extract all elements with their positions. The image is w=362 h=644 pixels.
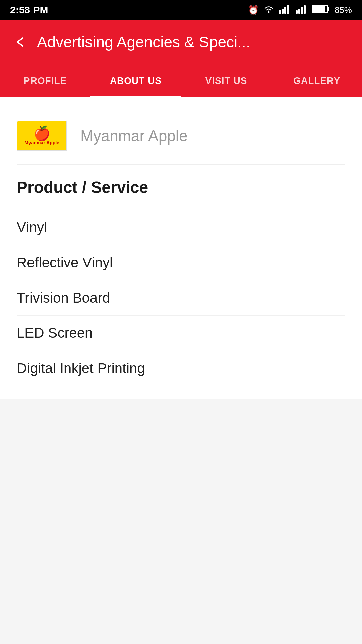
logo-apple-emoji: 🍎 xyxy=(34,126,50,140)
status-icons: ⏰ xyxy=(248,4,352,16)
svg-rect-3 xyxy=(284,7,286,14)
svg-rect-5 xyxy=(296,10,298,14)
battery-percent: 85% xyxy=(335,5,352,15)
service-item-1: Vinyl xyxy=(17,210,345,245)
tab-about-us[interactable]: ABOUT US xyxy=(90,64,181,97)
service-item-2: Reflective Vinyl xyxy=(17,245,345,280)
wifi-icon xyxy=(263,4,274,16)
svg-rect-7 xyxy=(301,7,303,14)
tab-visit-us[interactable]: VISIT US xyxy=(181,64,272,97)
svg-rect-1 xyxy=(279,10,281,14)
section-title: Product / Service xyxy=(17,178,345,197)
service-item-4: LED Screen xyxy=(17,316,345,351)
battery-icon xyxy=(312,5,330,16)
company-header: 🍎 Myanmar Apple Myanmar Apple xyxy=(17,111,345,165)
signal-icon-2 xyxy=(296,4,308,16)
service-item-3: Trivision Board xyxy=(17,280,345,316)
tab-profile[interactable]: PROFILE xyxy=(0,64,90,97)
main-content: 🍎 Myanmar Apple Myanmar Apple Product / … xyxy=(0,97,362,399)
service-list: Vinyl Reflective Vinyl Trivision Board L… xyxy=(17,210,345,386)
header-title: Advertising Agencies & Speci... xyxy=(37,33,349,51)
tab-gallery[interactable]: GALLERY xyxy=(272,64,362,97)
company-name: Myanmar Apple xyxy=(80,127,188,145)
company-logo: 🍎 Myanmar Apple xyxy=(17,121,67,151)
svg-rect-11 xyxy=(328,7,329,11)
status-bar: 2:58 PM ⏰ xyxy=(0,0,362,20)
clock-icon: ⏰ xyxy=(248,5,259,15)
svg-rect-10 xyxy=(313,6,325,12)
app-header: Advertising Agencies & Speci... xyxy=(0,20,362,64)
svg-rect-8 xyxy=(304,5,306,14)
tab-navigation: PROFILE ABOUT US VISIT US GALLERY xyxy=(0,64,362,97)
back-button[interactable] xyxy=(13,35,27,49)
svg-rect-4 xyxy=(287,5,289,14)
service-item-5: Digital Inkjet Printing xyxy=(17,351,345,386)
svg-rect-6 xyxy=(298,9,300,14)
svg-rect-2 xyxy=(282,9,284,14)
status-time: 2:58 PM xyxy=(10,4,48,16)
svg-point-0 xyxy=(268,11,269,13)
signal-icon-1 xyxy=(279,4,291,16)
logo-text: Myanmar Apple xyxy=(24,140,59,146)
